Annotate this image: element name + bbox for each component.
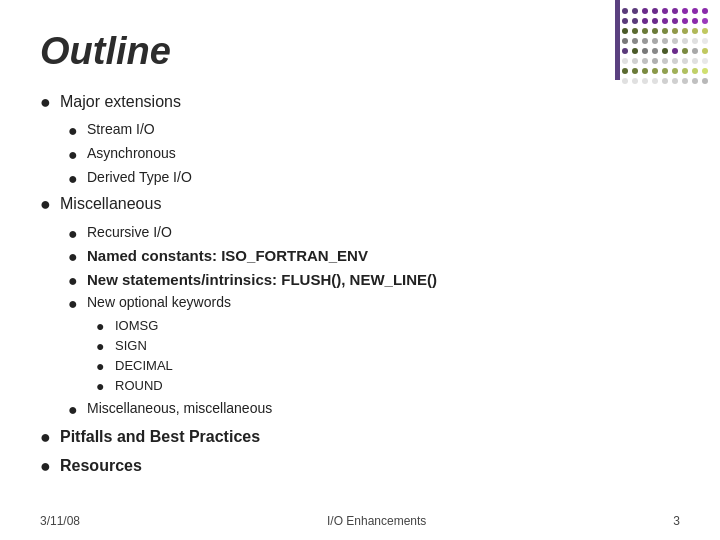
footer-date: 3/11/08 <box>40 514 80 528</box>
bullet-icon: ● <box>96 317 110 336</box>
item-label: Named constants: ISO_FORTRAN_ENV <box>87 246 368 266</box>
dot <box>682 48 688 54</box>
dot <box>652 28 658 34</box>
bullet-icon: ● <box>68 120 82 142</box>
section-label: Miscellaneous <box>60 193 161 215</box>
dot <box>652 48 658 54</box>
item-label: Miscellaneous, miscellaneous <box>87 399 272 418</box>
dot <box>692 28 698 34</box>
item-label: SIGN <box>115 337 147 355</box>
dot <box>652 8 658 14</box>
list-item: ● Stream I/O <box>68 120 680 142</box>
bullet-icon: ● <box>68 293 82 315</box>
list-item: ● Miscellaneous <box>40 193 680 216</box>
bullet-icon: ● <box>96 337 110 356</box>
dot <box>682 38 688 44</box>
footer-title: I/O Enhancements <box>327 514 426 528</box>
dot <box>662 38 668 44</box>
dot <box>652 58 658 64</box>
dot <box>642 18 648 24</box>
dot <box>662 18 668 24</box>
dot <box>632 58 638 64</box>
dot <box>692 38 698 44</box>
dot <box>672 78 678 84</box>
dot <box>622 58 628 64</box>
dot <box>652 18 658 24</box>
slide-title: Outline <box>40 30 680 73</box>
dot <box>702 78 708 84</box>
slide: Outline ● Major extensions ● Stream I/O … <box>0 0 720 540</box>
dot <box>672 8 678 14</box>
sub-sub-list: ● IOMSG ● SIGN ● DECIMAL ● ROUND <box>96 317 680 396</box>
dot <box>682 8 688 14</box>
sub-list: ● Recursive I/O ● Named constants: ISO_F… <box>68 223 680 421</box>
bullet-icon: ● <box>40 91 54 114</box>
dot <box>672 18 678 24</box>
dot <box>642 68 648 74</box>
dot <box>622 68 628 74</box>
list-item: ● Named constants: ISO_FORTRAN_ENV <box>68 246 680 268</box>
dot <box>622 8 628 14</box>
dot-canvas <box>622 8 712 86</box>
dot <box>702 18 708 24</box>
list-item: ● Major extensions <box>40 91 680 114</box>
section-label: Resources <box>60 455 142 477</box>
dot <box>642 58 648 64</box>
dot <box>672 28 678 34</box>
dot <box>702 48 708 54</box>
sub-list: ● Stream I/O ● Asynchronous ● Derived Ty… <box>68 120 680 189</box>
list-item: ● New statements/intrinsics: FLUSH(), NE… <box>68 270 680 292</box>
bullet-icon: ● <box>68 144 82 166</box>
item-label: ROUND <box>115 377 163 395</box>
list-item: ● Resources <box>40 455 680 478</box>
dot <box>702 38 708 44</box>
section-label: Pitfalls and Best Practices <box>60 426 260 448</box>
slide-content: ● Major extensions ● Stream I/O ● Asynch… <box>40 91 680 479</box>
item-label: New statements/intrinsics: FLUSH(), NEW_… <box>87 270 437 290</box>
list-item: ● ROUND <box>96 377 680 396</box>
dot <box>682 68 688 74</box>
dot <box>622 18 628 24</box>
list-item: ● Recursive I/O <box>68 223 680 245</box>
dot <box>682 28 688 34</box>
bullet-icon: ● <box>68 270 82 292</box>
bullet-icon: ● <box>40 193 54 216</box>
dot <box>682 78 688 84</box>
bullet-icon: ● <box>40 426 54 449</box>
dot <box>672 68 678 74</box>
bullet-icon: ● <box>68 168 82 190</box>
dot <box>622 38 628 44</box>
dot <box>632 48 638 54</box>
dot <box>632 38 638 44</box>
item-label: IOMSG <box>115 317 158 335</box>
bullet-icon: ● <box>68 399 82 421</box>
section-label: Major extensions <box>60 91 181 113</box>
dot <box>662 28 668 34</box>
dot <box>682 18 688 24</box>
item-label: Asynchronous <box>87 144 176 163</box>
dot <box>622 28 628 34</box>
dot <box>642 48 648 54</box>
list-item: ● DECIMAL <box>96 357 680 376</box>
dot <box>632 28 638 34</box>
dot <box>662 78 668 84</box>
dot <box>632 8 638 14</box>
dot <box>652 68 658 74</box>
item-label: New optional keywords <box>87 293 231 312</box>
dot <box>702 28 708 34</box>
dot <box>662 48 668 54</box>
dot <box>622 78 628 84</box>
dot <box>672 58 678 64</box>
dot <box>702 58 708 64</box>
dot <box>662 8 668 14</box>
item-label: DECIMAL <box>115 357 173 375</box>
dot <box>702 68 708 74</box>
accent-bar <box>615 0 620 80</box>
dot <box>642 38 648 44</box>
dot <box>682 58 688 64</box>
list-item: ● New optional keywords <box>68 293 680 315</box>
dot <box>672 48 678 54</box>
bullet-icon: ● <box>68 246 82 268</box>
dot <box>692 68 698 74</box>
dot <box>672 38 678 44</box>
